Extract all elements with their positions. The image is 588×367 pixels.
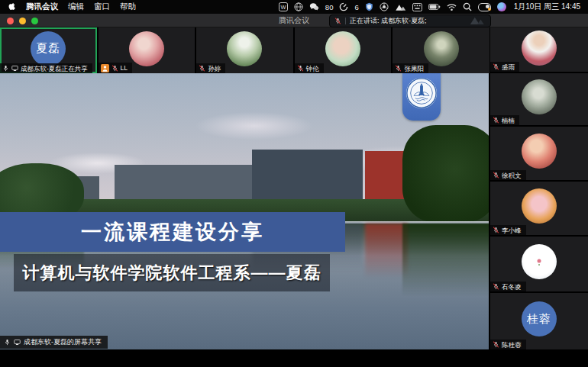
participant-name: 楠楠 <box>502 117 515 124</box>
slide-subtitle: 计算机与软件学院软件工程系——夏磊 <box>23 262 321 285</box>
participant-nameplate: 盛雨 <box>490 62 519 72</box>
speaking-indicator: 正在讲话: 成都东软-夏磊; <box>329 14 491 27</box>
menubar-clock[interactable]: 1月10日 周三 14:45 <box>514 2 580 12</box>
participant-tile-zhangguoyang[interactable]: 张果阳 <box>393 27 489 73</box>
participant-name: 石冬凌 <box>502 283 522 291</box>
mic-muted-icon <box>493 117 499 124</box>
participant-nameplate: 李小峰 <box>490 225 526 235</box>
siri-icon[interactable] <box>497 2 506 11</box>
slide-title: 一流课程建设分享 <box>81 218 264 246</box>
participant-tile-xialei[interactable]: 夏磊 成都东软-夏磊正在共享 <box>0 27 97 73</box>
battery-icon <box>428 2 441 12</box>
meeting-logo-watermark-icon <box>469 15 486 27</box>
desktop: 腾讯会议 编辑 窗口 帮助 W 80 6 <box>0 0 588 367</box>
shield-icon[interactable] <box>365 2 373 12</box>
mic-muted-icon <box>493 341 499 348</box>
slide-title-banner: 一流课程建设分享 <box>0 212 345 252</box>
avatar-photo <box>522 188 557 224</box>
participant-tile-xujiwen[interactable]: 徐积文 <box>490 127 588 180</box>
shared-screen-stage[interactable]: 一流课程建设分享 计算机与软件学院软件工程系——夏磊 成都东软-夏磊的屏幕共享 <box>0 73 489 349</box>
participant-tile-shidongling[interactable]: 石冬凌 <box>490 237 588 291</box>
chat-unread-count: 80 <box>325 3 334 11</box>
trees-right <box>402 125 489 223</box>
apple-icon[interactable] <box>8 2 16 12</box>
menubar-item-help[interactable]: 帮助 <box>120 2 136 12</box>
globe-icon[interactable] <box>294 2 303 12</box>
screen-share-icon <box>11 65 18 72</box>
mic-on-icon <box>2 65 9 72</box>
keypad-icon[interactable] <box>412 2 422 12</box>
aperture-icon[interactable] <box>380 2 389 12</box>
gauge-icon[interactable] <box>339 2 348 12</box>
chat-bubbles-icon[interactable] <box>309 2 319 12</box>
participant-nameplate: 张果阳 <box>393 63 428 73</box>
participant-tile-ll[interactable]: LL <box>99 27 195 73</box>
participant-name: 张果阳 <box>404 65 424 72</box>
participant-tile-shengyu[interactable]: 盛雨 <box>490 27 588 72</box>
participant-nameplate: 楠楠 <box>490 115 519 125</box>
divider <box>345 18 346 24</box>
participant-name: 成都东软-夏磊正在共享 <box>21 65 88 72</box>
participant-name: 钟伦 <box>306 65 319 72</box>
avatar-photo <box>522 79 557 114</box>
search-icon[interactable] <box>463 2 472 12</box>
mic-muted-icon <box>111 65 118 72</box>
participant-name: 盛雨 <box>502 63 515 71</box>
speaking-indicator-text: 正在讲话: 成都东软-夏磊; <box>350 16 427 26</box>
screen-share-label: 成都东软-夏磊的屏幕共享 <box>0 336 108 349</box>
avatar-guirong: 桂蓉 <box>522 301 557 336</box>
participant-nameplate: 钟伦 <box>295 63 324 73</box>
macos-menubar: 腾讯会议 编辑 窗口 帮助 W 80 6 <box>0 0 588 14</box>
meeting-mountains-icon[interactable] <box>395 2 406 12</box>
waiting-person-icon <box>101 64 109 72</box>
red-building-reflection <box>365 224 408 278</box>
participant-tile-zhonglun[interactable]: 钟伦 <box>295 27 392 73</box>
participant-tile-lixiaofeng[interactable]: 李小峰 <box>490 182 588 235</box>
w-app-icon[interactable]: W <box>279 2 288 12</box>
university-seal-icon <box>405 77 438 109</box>
mic-muted-icon <box>297 65 304 72</box>
university-logo-badge <box>402 73 441 121</box>
participant-name: 徐积文 <box>502 172 522 179</box>
gauge-count: 6 <box>354 3 358 11</box>
avatar-photo <box>325 31 360 66</box>
menubar-item-window[interactable]: 窗口 <box>94 2 110 12</box>
participant-nameplate: 孙婷 <box>196 63 225 73</box>
avatar-photo <box>522 134 557 169</box>
participant-name: LL <box>121 64 128 72</box>
mic-muted-icon <box>493 63 499 70</box>
avatar-photo <box>227 31 262 66</box>
mic-muted-icon <box>334 18 341 24</box>
participant-nameplate: LL <box>99 63 132 73</box>
participant-tile-nannan[interactable]: 楠楠 <box>490 73 588 125</box>
wifi-icon[interactable] <box>447 2 457 12</box>
participant-name: 陈桂蓉 <box>502 341 522 349</box>
mic-muted-icon <box>493 283 499 290</box>
screen-share-label-text: 成都东软-夏磊的屏幕共享 <box>24 337 102 347</box>
window-title: 腾讯会议 <box>0 14 588 27</box>
mic-muted-icon <box>493 227 499 233</box>
avatar-xialei: 夏磊 <box>31 31 66 66</box>
menubar-app-name[interactable]: 腾讯会议 <box>26 2 58 12</box>
mic-on-icon <box>4 339 11 346</box>
participant-nameplate: 成都东软-夏磊正在共享 <box>0 63 92 73</box>
avatar-photo <box>129 31 164 66</box>
screen-share-icon <box>14 339 21 346</box>
participant-tile-sunting[interactable]: 孙婷 <box>196 27 293 73</box>
trees-right-reflection <box>402 224 489 296</box>
participant-strip-top: 夏磊 成都东软-夏磊正在共享 LL 孙婷 <box>0 27 489 73</box>
participant-nameplate: 石冬凌 <box>490 282 526 291</box>
participant-tile-chenguirong[interactable]: 桂蓉 陈桂蓉 <box>490 293 588 349</box>
control-center-icon[interactable] <box>478 2 491 12</box>
slide-subtitle-strip: 计算机与软件学院软件工程系——夏磊 <box>14 254 330 291</box>
participant-nameplate: 徐积文 <box>490 170 526 180</box>
menubar-item-edit[interactable]: 编辑 <box>68 2 84 12</box>
svg-text:W: W <box>280 4 286 11</box>
participant-nameplate: 陈桂蓉 <box>490 340 526 349</box>
avatar-photo <box>424 31 459 66</box>
participant-name: 孙婷 <box>208 65 221 72</box>
mic-muted-icon <box>199 65 205 72</box>
window-titlebar: 腾讯会议 <box>0 14 588 27</box>
participant-strip-right: 盛雨 楠楠 徐积文 李小峰 <box>490 27 588 349</box>
avatar-photo <box>522 31 557 66</box>
